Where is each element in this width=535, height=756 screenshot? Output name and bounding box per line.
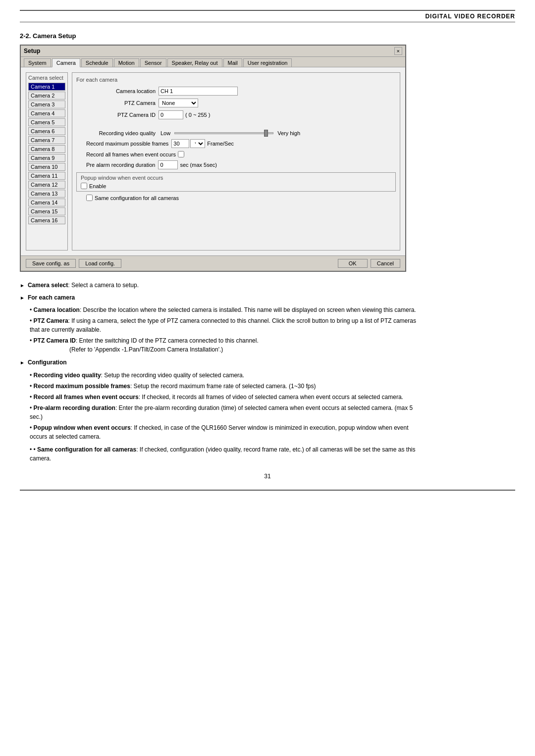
- camera-select-description: Camera select: Select a camera to setup.: [28, 281, 426, 290]
- arrow-icon-3: ►: [20, 359, 25, 367]
- tabs-bar: System Camera Schedule Motion Sensor Spe…: [21, 57, 405, 67]
- for-each-camera-desc-header: ► For each camera: [20, 293, 426, 302]
- pre-alarm-row: Pre alarm recording duration sec (max 5s…: [76, 160, 396, 169]
- camera-select-panel: Camera select Camera 1 Camera 2 Camera 3…: [26, 72, 68, 251]
- camera-location-input[interactable]: [159, 87, 238, 96]
- record-all-frames-desc: Record all frames when event occurs: If …: [30, 393, 426, 402]
- same-config-label: Same configuration for all cameras: [95, 195, 179, 201]
- popup-enable-checkbox[interactable]: [81, 183, 87, 189]
- quality-slider-track[interactable]: [174, 132, 273, 134]
- popup-window-legend: Popup window when event occurs: [81, 175, 391, 181]
- ok-button[interactable]: OK: [338, 259, 368, 268]
- cancel-button[interactable]: Cancel: [371, 259, 400, 268]
- record-all-frames-label: Record all frames when event occurs: [86, 151, 176, 157]
- record-max-frames-desc: Record maximum possible frames: Setup th…: [30, 382, 426, 391]
- record-max-frames-input[interactable]: [171, 139, 189, 148]
- tab-speaker-relay[interactable]: Speaker, Relay out: [167, 58, 222, 67]
- popup-window-desc: Popup window when event occurs: If check…: [30, 423, 426, 441]
- camera-btn-15[interactable]: Camera 15: [28, 207, 65, 215]
- pre-alarm-label: Pre alarm recording duration: [86, 162, 155, 168]
- description-section: ► Camera select: Select a camera to setu…: [20, 281, 426, 463]
- tab-mail[interactable]: Mail: [223, 58, 242, 67]
- record-all-frames-row: Record all frames when event occurs: [76, 151, 396, 157]
- for-each-bullet-list: Camera location: Describe the location w…: [30, 305, 426, 354]
- configuration-desc-header: ► Configuration: [20, 358, 426, 367]
- ptz-camera-select[interactable]: None: [159, 99, 198, 107]
- camera-btn-13[interactable]: Camera 13: [28, 190, 65, 198]
- ptz-camera-desc: PTZ Camera: If using a camera, select th…: [30, 316, 426, 334]
- camera-btn-8[interactable]: Camera 8: [28, 145, 65, 153]
- arrow-icon-2: ►: [20, 294, 25, 302]
- camera-select-legend: Camera select: [28, 75, 65, 81]
- same-config-desc: • Same configuration for all cameras: If…: [30, 445, 426, 463]
- camera-btn-16[interactable]: Camera 16: [28, 216, 65, 224]
- close-button[interactable]: ×: [394, 47, 402, 55]
- setup-window-title: Setup: [24, 48, 40, 54]
- setup-titlebar: Setup ×: [21, 46, 405, 57]
- tab-sensor[interactable]: Sensor: [140, 58, 166, 67]
- recording-quality-row: Recording video quality Low Very high: [76, 130, 396, 136]
- ptz-camera-id-desc: PTZ Camera ID: Enter the switching ID of…: [30, 336, 426, 354]
- section-title: 2-2. Camera Setup: [20, 32, 515, 40]
- footer-right: OK Cancel: [338, 259, 400, 268]
- setup-body: Camera select Camera 1 Camera 2 Camera 3…: [21, 67, 405, 255]
- tab-schedule[interactable]: Schedule: [81, 58, 113, 67]
- configuration-bullet-list: Recording video quality: Setup the recor…: [30, 371, 426, 441]
- record-max-frames-row: Record maximum possible frames ▼ Frame/S…: [76, 139, 396, 148]
- pre-alarm-desc: Pre-alarm recording duration: Enter the …: [30, 403, 426, 421]
- tab-camera[interactable]: Camera: [52, 58, 80, 67]
- footer-left: Save config. as Load config.: [26, 259, 121, 268]
- same-config-checkbox[interactable]: [86, 195, 93, 201]
- pre-alarm-input[interactable]: [158, 160, 178, 169]
- ptz-camera-label: PTZ Camera: [76, 100, 156, 106]
- camera-location-desc: Camera location: Describe the location w…: [30, 305, 426, 314]
- camera-btn-10[interactable]: Camera 10: [28, 163, 65, 171]
- page-number: 31: [20, 473, 515, 480]
- tab-user-registration[interactable]: User registration: [243, 58, 292, 67]
- camera-btn-6[interactable]: Camera 6: [28, 127, 65, 135]
- for-each-title: For each camera: [28, 293, 426, 302]
- frame-sec-label: Frame/Sec: [207, 141, 234, 147]
- bottom-bar: [20, 490, 515, 491]
- camera-btn-14[interactable]: Camera 14: [28, 199, 65, 206]
- load-config-button[interactable]: Load config.: [79, 259, 121, 268]
- ptz-camera-id-row: PTZ Camera ID ( 0 ~ 255 ): [76, 110, 396, 119]
- quality-slider-thumb[interactable]: [264, 130, 268, 137]
- camera-btn-2[interactable]: Camera 2: [28, 92, 65, 100]
- pre-alarm-suffix: sec (max 5sec): [180, 162, 217, 168]
- setup-footer: Save config. as Load config. OK Cancel: [21, 255, 405, 271]
- for-each-camera-panel: For each camera Camera location PTZ Came…: [72, 72, 400, 251]
- camera-btn-9[interactable]: Camera 9: [28, 154, 65, 162]
- camera-btn-3[interactable]: Camera 3: [28, 101, 65, 108]
- recording-quality-label: Recording video quality: [86, 130, 156, 136]
- record-max-frames-label: Record maximum possible frames: [86, 141, 168, 147]
- same-config-row: Same configuration for all cameras: [76, 195, 396, 201]
- tab-system[interactable]: System: [24, 58, 51, 67]
- ptz-camera-row: PTZ Camera None: [76, 99, 396, 107]
- setup-window: Setup × System Camera Schedule Motion Se…: [20, 45, 406, 272]
- camera-select-desc-item: ► Camera select: Select a camera to setu…: [20, 281, 426, 290]
- frames-dropdown[interactable]: ▼: [190, 139, 205, 148]
- camera-location-label: Camera location: [76, 88, 156, 94]
- record-all-frames-checkbox[interactable]: [178, 151, 184, 157]
- arrow-icon-1: ►: [20, 282, 25, 290]
- camera-btn-5[interactable]: Camera 5: [28, 118, 65, 126]
- header-title: DIGITAL VIDEO RECORDER: [425, 13, 515, 20]
- recording-quality-desc: Recording video quality: Setup the recor…: [30, 371, 426, 380]
- for-each-legend: For each camera: [76, 77, 396, 83]
- camera-btn-12[interactable]: Camera 12: [28, 181, 65, 189]
- tab-motion[interactable]: Motion: [114, 58, 139, 67]
- ptz-camera-id-input[interactable]: [159, 110, 183, 119]
- configuration-title: Configuration: [28, 358, 426, 367]
- camera-btn-11[interactable]: Camera 11: [28, 172, 65, 180]
- save-config-button[interactable]: Save config. as: [26, 259, 76, 268]
- popup-enable-label: Enable: [89, 183, 106, 189]
- quality-high-label: Very high: [277, 130, 300, 136]
- popup-window-group: Popup window when event occurs Enable: [76, 172, 396, 192]
- camera-btn-7[interactable]: Camera 7: [28, 136, 65, 144]
- camera-location-row: Camera location: [76, 87, 396, 96]
- camera-btn-4[interactable]: Camera 4: [28, 109, 65, 117]
- header-bar: DIGITAL VIDEO RECORDER: [20, 10, 515, 22]
- ptz-camera-id-range: ( 0 ~ 255 ): [185, 112, 210, 118]
- camera-btn-1[interactable]: Camera 1: [28, 83, 65, 91]
